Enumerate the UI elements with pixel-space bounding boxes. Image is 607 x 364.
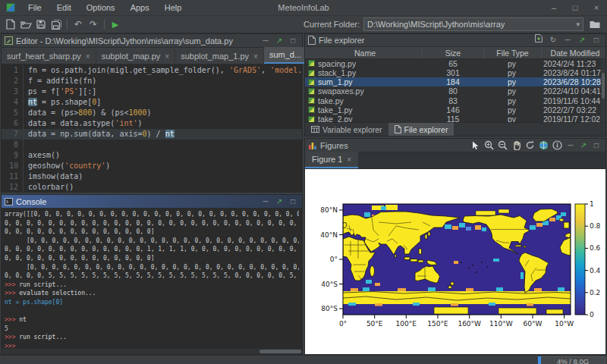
menu-help[interactable]: Help [158,2,189,14]
editor-tab[interactable]: surf_heart_sharp.py× [2,49,96,64]
close-icon[interactable]: × [253,52,258,61]
save-all-button[interactable] [49,17,64,31]
tab-variable-explorer[interactable]: Variable explorer [305,123,388,136]
minimize-window-button[interactable]: – [543,0,565,15]
console-line: 0, 0, 0, 0, 0, 0, 0, 0, 0, 0, 0, 0, 0, 0… [5,219,299,228]
python-file-icon [308,79,315,86]
world-map-figure: 80°N 40°N 0° 40°S 80°S [305,169,604,354]
info-tool[interactable] [551,140,564,151]
run-script-button[interactable]: ▶ [108,17,123,31]
y-tick-label: 40°S [321,281,338,288]
column-header-size[interactable]: Size [423,47,484,58]
pan-tool[interactable] [510,140,523,151]
console-output[interactable]: array([[0, 0, 0, 0, 0, 0, 0, 0, 0, 0, 0,… [2,209,302,348]
zoom-in-icon [484,140,494,150]
file-row[interactable]: take.py83py2019/11/6 10:44 [305,96,605,105]
code-line[interactable]: 2f = addfile(fn) [2,76,302,86]
file-list: spacing.py65py2024/2/4 11:23stack_1.py30… [305,59,605,122]
minimize-panel-button[interactable]: ─ [561,34,574,46]
code-line[interactable]: 4nt = ps.shape[0] [2,97,302,108]
file-list-scrollbar[interactable] [601,59,605,122]
console-line: >>> evaluate selection... [5,289,299,298]
close-icon[interactable]: × [347,155,351,164]
file-row[interactable]: spacing.py65py2024/2/4 11:23 [305,59,605,68]
console-line: 5 [5,325,299,334]
menu-edit[interactable]: Edit [50,2,78,14]
code-line[interactable]: 12colorbar() [2,182,302,192]
detach-panel-button[interactable]: ↗ [273,35,285,47]
column-header-datemodified[interactable]: Date Modified [542,47,605,58]
minimize-panel-button[interactable]: ─ [259,35,272,47]
detach-panel-button[interactable]: ↗ [577,140,590,152]
column-header-name[interactable]: Name [305,47,423,58]
maximize-panel-button[interactable]: □ [590,140,602,152]
code-line[interactable]: 11imshow(data) [2,171,302,182]
console-command: run script... [15,334,66,340]
menu-options[interactable]: Options [80,2,122,14]
colorbar-tick-label: 0.4 [590,267,601,275]
menu-apps[interactable]: Apps [124,2,156,14]
minimize-panel-button[interactable]: ─ [565,140,577,152]
editor-tab[interactable]: subplot_map_1.py× [175,49,264,64]
maximize-panel-button[interactable]: □ [287,196,299,208]
figure-canvas[interactable]: 80°N 40°N 0° 40°S 80°S [305,169,605,354]
minimize-panel-button[interactable]: ─ [259,196,272,208]
colorbar-tick-label: 0.8 [590,222,601,230]
python-file-icon [308,106,315,113]
code-line[interactable]: 8 [2,140,302,150]
select-cursor-tool[interactable] [469,140,482,151]
file-row[interactable]: sum_1.py184py2023/6/28 10:28 [305,77,605,86]
file-row[interactable]: take_1.py146py2022/2/7 03:22 [305,105,605,115]
detach-panel-button[interactable]: ↗ [576,34,588,46]
menu-file[interactable]: File [21,2,49,14]
close-window-button[interactable]: × [586,0,607,15]
globe-tool[interactable] [537,140,550,151]
column-header-filetype[interactable]: File Type [484,47,542,58]
zoom-out-tool[interactable] [496,140,509,151]
close-icon[interactable]: × [86,52,90,61]
code-editor[interactable]: 1fn = os.path.join(migl.get_sample_folde… [2,64,302,192]
maximize-panel-button[interactable]: □ [590,34,602,46]
tab-file-explorer[interactable]: File explorer [388,123,454,136]
detach-panel-button[interactable]: ↗ [273,196,285,208]
console-line: nt = ps.shape[0] [5,298,299,307]
save-button[interactable] [33,17,49,31]
rotate-tool[interactable] [524,140,536,151]
code-line[interactable]: 9axesm() [2,150,302,161]
undo-button[interactable]: ↶ [71,17,86,31]
code-line[interactable]: 1fn = os.path.join(migl.get_sample_folde… [2,65,302,76]
current-folder-label: Current Folder: [304,20,360,29]
editor-tab-bar: surf_heart_sharp.py×subplot_map.py×subpl… [2,48,302,64]
redo-button[interactable]: ↷ [86,17,101,31]
scrollbar-thumb[interactable] [259,350,301,353]
current-folder-combobox[interactable]: D:\Working\MIScript\Jython\mis\array ▾ [363,17,583,31]
file-name: sum_1.py [318,77,353,86]
zoom-in-tool[interactable] [483,140,495,151]
code-line[interactable]: 3ps = f['PS'][:] [2,86,302,97]
code-line[interactable]: 7data = np.sum(data, axis=0) / nt [2,129,302,140]
code-segment: , [261,66,270,74]
console-command: evaluate selection... [15,290,96,297]
maximize-window-button[interactable]: □ [565,0,586,15]
console-horizontal-scrollbar[interactable] [2,348,302,354]
file-row[interactable]: stack_1.py301py2023/8/24 01:17 [305,68,605,77]
file-row[interactable]: swapaxes.py80py2022/4/10 04:41 [305,86,605,96]
maximize-panel-button[interactable]: □ [287,35,299,47]
tab-figure-1[interactable]: Figure 1 × [305,152,358,168]
figures-chart-icon [308,141,317,149]
new-file-button[interactable] [3,17,18,31]
memory-indicator[interactable]: 4% / 8.0G [538,356,605,364]
line-number: 10 [2,161,24,171]
editor-tab[interactable]: subplot_map.py× [96,49,176,64]
open-file-button[interactable] [18,17,33,31]
scrollbar-thumb[interactable] [602,73,605,99]
new-file-button[interactable] [533,34,545,46]
code-line[interactable]: 10geoshow('country') [2,161,302,171]
close-icon[interactable]: × [165,52,169,61]
code-line[interactable]: 6data = data.astype('int') [2,118,302,129]
browse-folder-button[interactable] [587,17,602,31]
file-name: take_2.py [318,115,353,122]
code-line[interactable]: 5data = (ps>800) & (ps<1000) [2,108,302,118]
refresh-button[interactable]: ↻ [547,34,559,46]
file-row[interactable]: take_2.py115py2019/11/7 12:02 [305,115,605,122]
